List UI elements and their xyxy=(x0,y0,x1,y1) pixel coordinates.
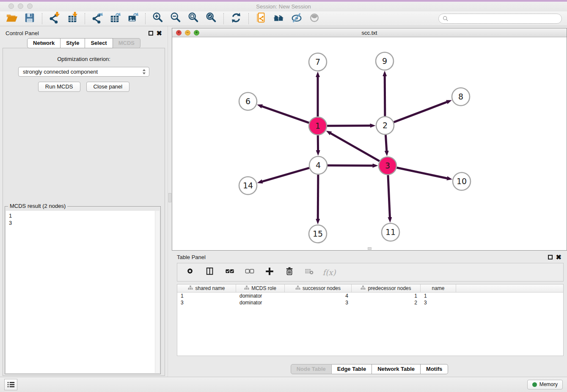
table-cell[interactable]: 1 xyxy=(421,293,456,299)
deselect-all-button[interactable] xyxy=(244,267,255,278)
table-cell[interactable]: 4 xyxy=(285,293,352,299)
tab-select[interactable]: Select xyxy=(85,38,113,48)
edge-4-to-3[interactable] xyxy=(328,166,373,166)
graph-node-2[interactable]: 2 xyxy=(376,117,394,135)
close-panel-button[interactable]: Close panel xyxy=(86,82,130,92)
zoom-out-button[interactable] xyxy=(169,12,182,25)
edge-2-to-8[interactable] xyxy=(394,102,447,122)
graph-node-3[interactable]: 3 xyxy=(379,157,396,175)
float-table-panel-icon[interactable] xyxy=(548,255,553,259)
close-table-panel-icon[interactable]: ✖ xyxy=(556,255,561,259)
criterion-dropdown[interactable]: strongly connected component xyxy=(18,67,149,77)
column-label: shared name xyxy=(195,285,225,291)
column-header-shared-name[interactable]: shared name xyxy=(177,284,236,292)
graph-node-11[interactable]: 11 xyxy=(382,224,399,241)
node-label: 14 xyxy=(243,181,253,190)
tab-style[interactable]: Style xyxy=(61,38,85,48)
search-box[interactable] xyxy=(438,14,562,24)
task-history-button[interactable] xyxy=(4,379,17,390)
column-header-name[interactable]: name xyxy=(421,284,456,292)
canvas-resize-grip[interactable] xyxy=(368,247,372,250)
network-frame-titlebar[interactable]: scc.txt × − + xyxy=(172,28,567,37)
select-all-button[interactable] xyxy=(224,267,235,278)
plus-icon xyxy=(264,266,275,278)
delete-column-button[interactable] xyxy=(284,267,295,278)
search-input[interactable] xyxy=(451,16,558,22)
float-panel-icon[interactable] xyxy=(149,31,153,36)
table-tab-network-table[interactable]: Network Table xyxy=(372,364,421,374)
network-document-button[interactable] xyxy=(254,12,268,25)
table-row[interactable]: 3dominator323 xyxy=(177,299,563,306)
split-divider-vertical[interactable] xyxy=(168,26,172,377)
home-view-button[interactable] xyxy=(272,12,286,25)
zoom-selected-button[interactable] xyxy=(204,12,218,25)
frame-close-button[interactable]: × xyxy=(176,30,182,36)
table-cell[interactable]: 3 xyxy=(177,300,236,306)
graph-node-8[interactable]: 8 xyxy=(452,88,470,106)
open-session-button[interactable] xyxy=(5,12,19,25)
graph-node-15[interactable]: 15 xyxy=(309,225,327,243)
close-panel-icon[interactable]: ✖ xyxy=(157,31,162,36)
tab-network[interactable]: Network xyxy=(27,38,61,48)
graph-node-4[interactable]: 4 xyxy=(309,157,327,174)
edge-1-to-2[interactable] xyxy=(327,126,370,126)
run-mcds-button[interactable]: Run MCDS xyxy=(38,82,80,92)
close-window-button[interactable] xyxy=(8,3,14,9)
zoom-fit-button[interactable] xyxy=(187,12,200,25)
table-cell[interactable]: dominator xyxy=(236,293,285,299)
table-tab-edge-table[interactable]: Edge Table xyxy=(332,364,372,374)
table-cell[interactable]: 2 xyxy=(352,300,421,306)
birds-eye-view-button[interactable] xyxy=(308,12,321,25)
column-header-predecessor-nodes[interactable]: predecessor nodes xyxy=(352,284,421,292)
table-cell[interactable]: 3 xyxy=(285,300,352,306)
edge-2-to-9[interactable] xyxy=(385,76,385,116)
table-cell[interactable]: 3 xyxy=(421,300,456,306)
import-table-button[interactable] xyxy=(66,12,79,25)
graph-node-1[interactable]: 1 xyxy=(309,117,327,135)
table-tab-motifs[interactable]: Motifs xyxy=(421,364,448,374)
table-settings-button[interactable] xyxy=(184,267,195,278)
graph-node-14[interactable]: 14 xyxy=(239,177,257,195)
show-columns-button[interactable] xyxy=(204,267,215,278)
split-grip-icon[interactable] xyxy=(168,193,171,202)
edge-3-to-10[interactable] xyxy=(397,168,447,178)
result-scrollbar[interactable] xyxy=(155,211,160,373)
frame-minimize-button[interactable]: − xyxy=(185,30,190,36)
zoom-window-button[interactable] xyxy=(27,3,33,9)
mcds-result-text[interactable]: 1 3 xyxy=(6,211,160,373)
table-cell[interactable]: 1 xyxy=(177,293,236,299)
frame-maximize-button[interactable]: + xyxy=(194,30,199,36)
graph-node-9[interactable]: 9 xyxy=(376,52,394,70)
tab-mcds[interactable]: MCDS xyxy=(113,38,140,48)
add-column-button[interactable] xyxy=(264,267,275,278)
minimize-window-button[interactable] xyxy=(18,3,23,9)
edge-3-to-1[interactable] xyxy=(330,133,379,161)
hide-details-button[interactable] xyxy=(290,12,303,25)
node-table[interactable]: shared nameMCDS rolesuccessor nodesprede… xyxy=(177,284,564,356)
import-network-button[interactable] xyxy=(48,12,61,25)
edge-2-to-3[interactable] xyxy=(385,135,386,151)
doc-share-icon xyxy=(255,12,267,25)
table-tab-node-table[interactable]: Node Table xyxy=(291,364,332,374)
network-canvas[interactable]: 7968124314101511 xyxy=(172,37,567,250)
table-cell[interactable]: 1 xyxy=(352,293,421,299)
edge-1-to-6[interactable] xyxy=(262,106,309,123)
graph-node-6[interactable]: 6 xyxy=(239,93,257,110)
edge-3-to-11[interactable] xyxy=(388,175,390,217)
export-network-button[interactable] xyxy=(91,12,104,25)
export-image-button[interactable] xyxy=(126,12,140,25)
export-table-button[interactable] xyxy=(108,12,122,25)
save-session-button[interactable] xyxy=(23,12,36,25)
graph-node-7[interactable]: 7 xyxy=(309,53,327,71)
graph-node-10[interactable]: 10 xyxy=(453,173,471,190)
memory-button[interactable]: Memory xyxy=(527,380,563,389)
edge-4-to-15[interactable] xyxy=(318,174,318,219)
edge-4-to-14[interactable] xyxy=(262,168,309,182)
table-row[interactable]: 1dominator411 xyxy=(177,293,563,299)
refresh-button[interactable] xyxy=(229,12,243,25)
table-cell[interactable]: dominator xyxy=(236,300,285,306)
zoom-in-button[interactable] xyxy=(151,12,165,25)
column-header-successor-nodes[interactable]: successor nodes xyxy=(285,284,352,292)
column-header-MCDS-role[interactable]: MCDS role xyxy=(236,284,285,292)
network-graph[interactable]: 7968124314101511 xyxy=(172,37,567,250)
